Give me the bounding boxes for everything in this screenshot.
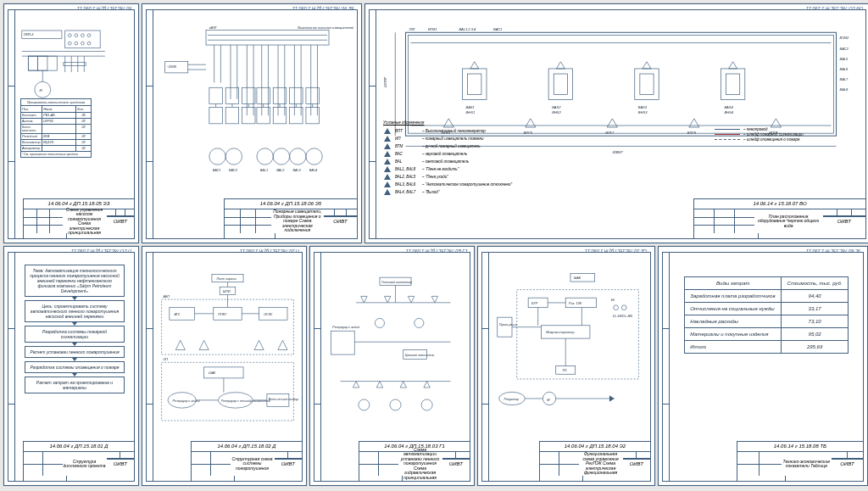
plan-legend: Условные обозначения ВПТ– Высоконапорный…: [383, 120, 859, 196]
table-row: Заработная плата разработчиков94,40: [685, 290, 849, 303]
cost-col-value: Стоимость, тыс. руб.: [782, 277, 848, 290]
sheet-01: П LO.78L15L.ПД т 1.090.11 Тема: Автомати…: [3, 246, 139, 486]
svg-rect-20: [64, 63, 86, 66]
sheet-07: ОЯ LO.78L.15L т 1.190.11 ВАS1ВHS1ВАS2ВHS…: [364, 3, 868, 243]
svg-rect-13: [28, 56, 57, 70]
table-row: Итого295,69: [685, 341, 849, 354]
svg-text:ВАС1: ВАС1: [493, 27, 502, 31]
table-row: Отчисления на социальные нужды33,17: [685, 303, 849, 315]
functional-diagram: ШАК БУР Рэк. 13К HL CL-HD CL-HB Микрокон…: [492, 259, 647, 440]
step-box: Расчет установки пенного пожаротушения: [25, 346, 125, 358]
svg-text:М: М: [547, 399, 550, 402]
svg-text:ВАL1: ВАL1: [260, 169, 268, 172]
legend-line: – пенопровод: [715, 127, 859, 131]
svg-point-183: [421, 399, 432, 410]
svg-point-4: [75, 34, 78, 37]
svg-text:ВАС2: ВАС2: [840, 47, 849, 51]
svg-point-68: [209, 148, 225, 165]
svg-text:12000*: 12000*: [383, 76, 387, 87]
svg-text:ВАL2: ВАL2: [276, 169, 285, 172]
svg-text:HL: HL: [611, 299, 615, 302]
svg-point-69: [225, 148, 242, 165]
svg-marker-144: [175, 340, 185, 349]
svg-text:ВАL6: ВАL6: [840, 67, 849, 71]
project-structure: Тема: Автоматизация технологического про…: [19, 259, 131, 440]
svg-rect-133: [162, 299, 294, 354]
svg-point-171: [375, 318, 384, 327]
svg-text:ВHS4: ВHS4: [724, 110, 733, 114]
wiring-diagram: вВКГ Выключение питания извещателей: [157, 17, 353, 198]
legend-item: ВТМ– ручной пожарный извещатель: [383, 142, 689, 149]
table-row: Накладные расходы73,10: [685, 315, 849, 328]
svg-rect-89: [554, 74, 567, 94]
svg-text:ВТМ1: ВТМ1: [428, 27, 437, 31]
svg-rect-65: [306, 87, 319, 103]
cost-col-name: Виды затрат: [685, 277, 782, 290]
title-block: 14.06.04 г ДП.15.18.05 ЭЗ Схема управлен…: [23, 198, 134, 238]
svg-point-193: [621, 305, 626, 310]
title-block: 14.06.04 г ДП.15.18.06 Э5 Пожарные извещ…: [224, 198, 357, 238]
svg-text:ВАS3: ВАS3: [638, 105, 648, 109]
svg-point-9: [81, 42, 85, 45]
svg-rect-81: [409, 35, 834, 133]
svg-text:ВАС2: ВАС2: [229, 169, 238, 172]
svg-rect-54: [242, 108, 255, 124]
legend-item: ВАС– звуковой оповещатель: [383, 150, 689, 157]
svg-text:ШАК: ШАК: [209, 371, 216, 375]
svg-rect-59: [273, 87, 286, 103]
svg-rect-83: [463, 69, 487, 100]
svg-point-3: [68, 34, 71, 37]
binding-strip: [8, 9, 14, 239]
svg-marker-90: [556, 62, 565, 69]
step-box: Разработка системы оповещения о пожаре: [25, 361, 125, 373]
svg-text:АТС: АТС: [173, 313, 180, 316]
svg-marker-85: [470, 62, 479, 69]
svg-text:ПС: ПС: [562, 369, 567, 372]
svg-point-182: [390, 399, 401, 410]
svg-text:ВАL3: ВАL3: [292, 169, 301, 172]
svg-marker-169: [408, 296, 414, 302]
block-diagram-02: Пост охраны ШПИ АБП АТС ППКУ ОУЭС ОП: [157, 259, 298, 440]
svg-text:ВАL1.2.3.4: ВАL1.2.3.4: [459, 27, 476, 31]
svg-marker-168: [385, 296, 391, 302]
svg-rect-2: [65, 31, 100, 48]
svg-point-71: [273, 148, 289, 165]
binding-strip: [146, 9, 153, 239]
legend-item: ВПТ– Высоконапорный пеногенератор: [383, 127, 689, 134]
row-2: П LO.78L15L.ПД т 1.090.11 Тема: Автомати…: [3, 246, 868, 486]
svg-text:БУР: БУР: [531, 302, 538, 305]
svg-text:Водо-пенные коммуникации: Водо-пенные коммуникации: [269, 398, 298, 401]
schematic-05: ПМЛ-3: [19, 17, 131, 198]
svg-point-73: [306, 148, 322, 165]
svg-text:ВАС1: ВАС1: [213, 169, 221, 172]
svg-point-7: [68, 42, 71, 45]
legend-item: ВАL1, ВАL8– "Пена не входить": [383, 165, 689, 172]
theme-box: Тема: Автоматизация технологического про…: [25, 265, 125, 297]
svg-rect-60: [273, 108, 286, 124]
legend-item: ВАL4, ВАL7– "Выход": [383, 188, 689, 195]
legend-line: – шлейф оповещения о пожаре: [715, 137, 859, 142]
svg-text:ШАК: ШАК: [574, 276, 581, 280]
svg-marker-145: [199, 340, 209, 349]
table-row: Материалы и покупные изделия95,02: [685, 328, 849, 341]
title-block: 14.06.14 г 15.18.07 ВО План расположения…: [693, 198, 865, 238]
svg-point-181: [359, 399, 370, 410]
svg-text:ВHS3: ВHS3: [638, 110, 648, 114]
svg-text:ПМЛ-3: ПМЛ-3: [24, 33, 35, 36]
hydraulic-diagram: Резервуар с водой Тепловой коллектор Цех…: [325, 259, 466, 440]
legend-item: ВАL2, ВАL5– "Пена уходи": [383, 173, 689, 180]
svg-text:М: М: [40, 89, 43, 92]
svg-rect-84: [468, 74, 481, 94]
svg-text:Рэк. 13К: Рэк. 13К: [569, 302, 582, 305]
legend-line: – шлейф пожарной сигнализации: [715, 132, 859, 137]
svg-text:CL-HD: CL-HD: [613, 315, 623, 318]
svg-rect-14: [28, 56, 37, 70]
svg-rect-98: [721, 69, 744, 100]
svg-text:ПКГ: ПКГ: [409, 27, 416, 31]
svg-marker-95: [643, 62, 651, 69]
sheet-title: Схема управления насосом пожаротушения С…: [63, 207, 107, 237]
svg-rect-66: [306, 108, 319, 124]
cost-table: Виды затрат Стоимость, тыс. руб. Заработ…: [684, 276, 849, 354]
svg-text:ВАS4: ВАS4: [724, 105, 733, 109]
drawing-set: 50.78L15L.ПД т 1.090.11 ПМЛ-3: [3, 3, 865, 487]
